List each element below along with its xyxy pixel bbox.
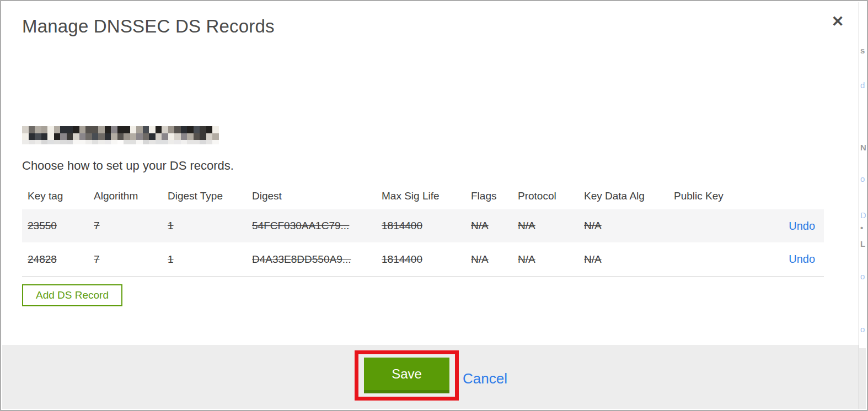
column-header: Protocol <box>512 190 578 202</box>
column-header: Algorithm <box>88 190 162 202</box>
cell-flags: N/A <box>471 220 489 231</box>
background-page-sliver: sdNoD•Loo <box>859 2 866 409</box>
redaction-pixel-row <box>22 133 219 140</box>
table-row: 235507154FCF030AA1C79...1814400N/AN/AN/A… <box>22 209 824 242</box>
background-text-fragment: o <box>860 175 865 183</box>
ds-records-table: Key tagAlgorithmDigest TypeDigestMax Sig… <box>22 183 824 277</box>
cell-digest-type: 1 <box>168 253 174 265</box>
cell-digest-type: 1 <box>168 220 174 231</box>
column-header: Digest Type <box>162 190 247 202</box>
cell-key-data-alg: N/A <box>584 253 602 265</box>
background-text-fragment: • <box>860 224 863 232</box>
table-header-row: Key tagAlgorithmDigest TypeDigestMax Sig… <box>22 183 824 209</box>
add-ds-record-button[interactable]: Add DS Record <box>22 284 122 306</box>
column-header: Key tag <box>22 190 88 202</box>
close-icon[interactable]: ✕ <box>827 11 848 32</box>
undo-link[interactable]: Undo <box>789 253 815 265</box>
column-header: Digest <box>247 190 376 202</box>
column-header: Flags <box>465 190 512 202</box>
dnssec-dialog: Manage DNSSEC DS Records ✕ Choose how to… <box>0 0 868 411</box>
cancel-link[interactable]: Cancel <box>463 370 507 387</box>
background-text-fragment: o <box>860 325 865 333</box>
background-text-fragment: N <box>860 143 866 152</box>
cell-protocol: N/A <box>518 220 535 231</box>
cell-max-sig-life: 1814400 <box>382 220 422 231</box>
save-button[interactable]: Save <box>364 358 449 393</box>
cell-algorithm: 7 <box>94 220 100 231</box>
redaction-pixel-row <box>22 126 219 133</box>
modal-footer: Save Cancel <box>2 345 866 409</box>
background-text-fragment: D <box>860 211 866 219</box>
cell-max-sig-life: 1814400 <box>382 253 422 265</box>
cell-digest: D4A33E8DD550A9... <box>252 253 351 265</box>
page-title: Manage DNSSEC DS Records <box>22 16 275 37</box>
background-text-fragment: s <box>860 46 865 55</box>
annotation-highlight-box: Save <box>355 350 459 401</box>
redacted-domain-name <box>22 126 219 144</box>
background-text-fragment: o <box>860 272 865 280</box>
column-header: Public Key <box>668 190 778 202</box>
cell-key-tag: 24828 <box>28 253 57 265</box>
instruction-text: Choose how to set up your DS records. <box>22 159 234 173</box>
redaction-pixel-row <box>22 140 219 144</box>
cell-protocol: N/A <box>518 253 535 265</box>
cell-key-data-alg: N/A <box>584 220 602 231</box>
column-header: Key Data Alg <box>578 190 668 202</box>
cell-digest: 54FCF030AA1C79... <box>252 220 349 231</box>
column-header: Max Sig Life <box>376 190 465 202</box>
table-body: 235507154FCF030AA1C79...1814400N/AN/AN/A… <box>22 209 824 277</box>
table-row: 2482871D4A33E8DD550A9...1814400N/AN/AN/A… <box>22 242 824 277</box>
background-text-fragment: L <box>860 240 865 248</box>
background-text-fragment: d <box>860 81 865 89</box>
cell-flags: N/A <box>471 253 489 265</box>
undo-link[interactable]: Undo <box>789 220 815 232</box>
cell-algorithm: 7 <box>94 253 100 265</box>
cell-key-tag: 23550 <box>28 220 57 231</box>
